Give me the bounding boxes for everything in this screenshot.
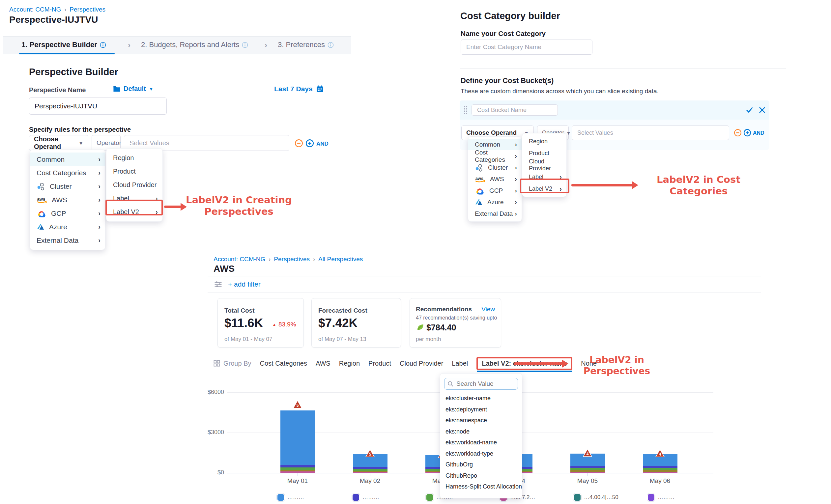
breadcrumb-account-link[interactable]: Account: CCM-NG	[213, 256, 265, 263]
menu-item-aws[interactable]: awsAWS›	[30, 193, 105, 207]
menu-item-azure[interactable]: Azure›	[468, 196, 522, 208]
menu-item-label: Azure	[487, 199, 504, 206]
group-by-item-label[interactable]: Label	[452, 360, 468, 367]
menu-item-external-data[interactable]: External Data›	[30, 234, 105, 247]
menu-item-label: Product	[113, 168, 136, 175]
menu-item-product[interactable]: Product	[107, 165, 163, 178]
menu-item-aws[interactable]: awsAWS›	[468, 173, 522, 185]
legend-item[interactable]: ………	[648, 494, 675, 501]
legend-item[interactable]: ………	[278, 494, 304, 501]
menu-item-cloud-provider[interactable]: Cloud Provider	[107, 178, 163, 192]
menu-item-label: Region	[529, 138, 548, 145]
chevron-right-icon: ›	[515, 141, 517, 148]
folder-selector[interactable]: Default ▼	[113, 85, 153, 93]
cluster-icon	[475, 164, 483, 172]
tab-budgets-reports-alerts[interactable]: 2. Budgets, Reports and Alerts	[141, 40, 248, 49]
menu-item-cost-categories[interactable]: Cost Categories›	[468, 150, 522, 162]
red-arrow	[514, 362, 563, 365]
value-option-eks-deployment[interactable]: eks:deployment	[440, 404, 522, 415]
add-rule-button[interactable]	[743, 129, 751, 137]
group-by-item-region[interactable]: Region	[339, 360, 360, 367]
menu-item-cluster[interactable]: Cluster›	[30, 180, 105, 193]
menu-item-cluster[interactable]: Cluster›	[468, 162, 522, 173]
menu-item-cloud-provider[interactable]: Cloud Provider	[522, 159, 566, 171]
menu-item-label: Cluster	[50, 182, 72, 190]
menu-item-region[interactable]: Region	[107, 151, 163, 165]
labelv2-highlight-box	[106, 200, 163, 215]
perspective-name-input[interactable]	[29, 97, 167, 115]
aws-icon: aws	[475, 176, 485, 182]
operand-select[interactable]: Choose Operand ▼	[29, 135, 88, 151]
drag-handle-icon[interactable]	[464, 106, 467, 115]
menu-item-common[interactable]: Common›	[30, 152, 105, 166]
and-button[interactable]: AND	[753, 130, 765, 136]
menu-item-azure[interactable]: Azure›	[30, 220, 105, 234]
anomaly-badge[interactable]: 5	[293, 400, 303, 409]
group-by-item-cloud-provider[interactable]: Cloud Provider	[400, 360, 443, 367]
menu-item-cost-categories[interactable]: Cost Categories›	[30, 166, 105, 180]
anomaly-badge[interactable]: 4	[582, 448, 593, 457]
svg-text:5: 5	[296, 403, 299, 408]
chevron-right-icon: ›	[98, 237, 101, 244]
gcp-icon	[36, 209, 47, 217]
menu-item-gcp[interactable]: GCP›	[30, 207, 105, 220]
breadcrumb-account-link[interactable]: Account: CCM-NG	[9, 6, 61, 13]
card-value: $7.42K	[318, 316, 357, 330]
group-by-item-product[interactable]: Product	[368, 360, 391, 367]
group-by-item-aws[interactable]: AWS	[316, 360, 331, 367]
date-range-picker[interactable]: Last 7 Days	[274, 85, 324, 93]
menu-item-label: Product	[529, 150, 549, 157]
bar-segment-magenta	[280, 471, 315, 473]
anomaly-badge[interactable]: 4	[655, 449, 665, 457]
filter-icon[interactable]	[214, 281, 222, 288]
value-option-eks-cluster-name[interactable]: eks:cluster-name	[440, 393, 522, 404]
remove-rule-button[interactable]	[294, 139, 303, 148]
value-option-eks-workload-name[interactable]: eks:workload-name	[440, 437, 522, 448]
value-option-eks-workload-type[interactable]: eks:workload-type	[440, 448, 522, 459]
cost-bucket-name-input[interactable]	[471, 105, 558, 116]
calendar-icon	[316, 85, 324, 93]
legend-item[interactable]: ………	[352, 494, 379, 501]
view-link[interactable]: View	[481, 306, 495, 313]
active-groupby-underline	[477, 370, 572, 372]
and-button[interactable]: AND	[316, 141, 328, 147]
menu-item-region[interactable]: Region	[522, 136, 566, 147]
tab-perspective-builder[interactable]: 1. Perspective Builder	[22, 40, 106, 49]
menu-item-gcp[interactable]: GCP›	[468, 185, 522, 196]
total-cost-card: Total Cost $11.6K ▲ 83.9% of May 01 - Ma…	[218, 298, 304, 348]
value-option-eks-namespace[interactable]: eks:namespace	[440, 415, 522, 426]
value-option-githuborg[interactable]: GithubOrg	[440, 459, 522, 470]
menu-item-label: AWS	[490, 176, 504, 183]
value-option-harness-split-cost-allocation[interactable]: Harness-Split Cost Allocation	[440, 481, 522, 493]
menu-item-product[interactable]: Product	[522, 147, 566, 159]
breadcrumb-perspectives-link[interactable]: Perspectives	[69, 6, 106, 13]
bar-segment-olive	[643, 470, 678, 472]
anomaly-badge[interactable]: 5	[365, 449, 375, 457]
remove-rule-button[interactable]	[734, 129, 742, 137]
breadcrumb: Account: CCM-NG › Perspectives › All Per…	[213, 256, 363, 263]
value-option-list: eks:cluster-nameeks:deploymenteks:namesp…	[440, 393, 522, 493]
tab-preferences[interactable]: 3. Preferences	[278, 40, 334, 49]
search-value-input[interactable]	[444, 378, 518, 390]
select-values-input[interactable]	[572, 125, 729, 140]
breadcrumb-perspectives-link[interactable]: Perspectives	[274, 256, 310, 263]
confirm-bucket-button[interactable]	[746, 106, 753, 114]
tab-separator-chevron-icon: ›	[128, 40, 131, 50]
value-option-eks-node[interactable]: eks:node	[440, 426, 522, 438]
cluster-icon	[36, 182, 45, 191]
cost-category-title: Cost Category builder	[460, 10, 560, 22]
breadcrumb-all-perspectives-link[interactable]: All Perspectives	[318, 256, 363, 263]
legend-item[interactable]: …4.00.4|…50	[574, 494, 619, 501]
add-filter-button[interactable]: + add filter	[228, 280, 261, 288]
chevron-right-icon: ›	[515, 187, 517, 195]
close-bucket-button[interactable]	[759, 107, 766, 113]
chevron-right-icon: ›	[515, 152, 517, 160]
legend-label: ………	[287, 494, 304, 501]
group-by-item-cost-categories[interactable]: Cost Categories	[260, 360, 307, 367]
menu-item-external-data[interactable]: External Data›	[468, 208, 522, 219]
menu-item-label: Cloud Provider	[529, 158, 562, 172]
cost-category-name-input[interactable]	[461, 39, 593, 55]
value-option-githubrepo[interactable]: GithubRepo	[440, 470, 522, 482]
add-rule-button[interactable]	[306, 139, 314, 148]
svg-text:4: 4	[659, 452, 661, 456]
